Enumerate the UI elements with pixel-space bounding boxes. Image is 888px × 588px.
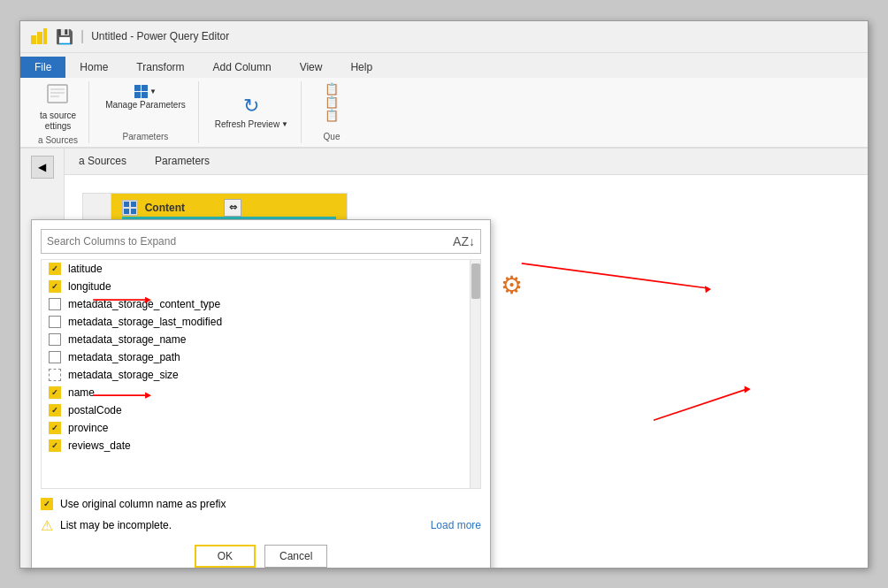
ribbon-tabs: File Home Transform Add Column View Help xyxy=(20,53,868,78)
save-icon[interactable]: 💾 xyxy=(56,28,73,45)
svg-rect-7 xyxy=(50,95,59,97)
ma-icon: 📋 xyxy=(325,110,339,121)
label-metadata-name: metadata_storage_name xyxy=(68,333,186,346)
dialog-footer: OK Cancel xyxy=(41,545,481,568)
tab-help[interactable]: Help xyxy=(336,57,387,78)
expand-columns-dialog: AZ↓ latitude longitude metadata_storage_… xyxy=(31,219,491,568)
label-reviews-date: reviews_date xyxy=(68,439,131,452)
column-list-scrollbar[interactable] xyxy=(470,260,480,488)
manage-parameters-button[interactable]: ▼ Manage Parameters xyxy=(100,83,191,111)
check-metadata-size[interactable] xyxy=(49,369,61,381)
data-source-settings-icon xyxy=(46,81,71,109)
list-item-reviews-date[interactable]: reviews_date xyxy=(42,437,480,454)
sub-ribbon-data-sources[interactable]: a Sources xyxy=(72,151,134,171)
powerbi-icon xyxy=(29,27,49,46)
ad-icon: 📋 xyxy=(325,96,339,108)
list-item-metadata-last-modified[interactable]: metadata_storage_last_modified xyxy=(42,313,480,331)
column-list: latitude longitude metadata_storage_cont… xyxy=(41,259,481,489)
refresh-preview-dropdown[interactable]: ▼ xyxy=(281,120,288,128)
check-metadata-name[interactable] xyxy=(49,333,61,346)
manage-params-icon xyxy=(134,85,148,98)
data-source-settings-button[interactable]: ta source ettings xyxy=(34,80,81,134)
list-item-longitude[interactable]: longitude xyxy=(42,278,480,295)
manage-params-dropdown[interactable]: ▼ xyxy=(149,88,157,95)
search-columns-box: AZ↓ xyxy=(41,229,481,254)
list-item-metadata-name[interactable]: metadata_storage_name xyxy=(42,331,480,348)
tab-home[interactable]: Home xyxy=(65,57,122,78)
svg-rect-8 xyxy=(124,202,129,207)
grid-table-icon xyxy=(124,202,136,214)
label-name: name xyxy=(68,386,95,399)
content-header-label: Content xyxy=(145,202,185,214)
tab-transform[interactable]: Transform xyxy=(122,57,198,78)
check-metadata-path[interactable] xyxy=(49,351,61,363)
cancel-button[interactable]: Cancel xyxy=(264,545,327,568)
main-window: 💾 | Untitled - Power Query Editor File H… xyxy=(19,20,869,569)
prefix-row: Use original column name as prefix xyxy=(41,498,481,510)
label-province: province xyxy=(68,422,108,434)
check-longitude[interactable] xyxy=(49,280,61,293)
refresh-preview-label: Refresh Preview xyxy=(215,119,279,129)
label-latitude: latitude xyxy=(68,263,103,275)
tab-add-column[interactable]: Add Column xyxy=(199,57,286,78)
que-label: Que xyxy=(324,132,341,141)
warning-row: ⚠ List may be incomplete. Load more xyxy=(41,517,481,534)
sub-ribbon-parameters[interactable]: Parameters xyxy=(148,151,217,171)
refresh-icon: ↻ xyxy=(243,95,259,118)
svg-rect-1 xyxy=(31,35,36,44)
label-longitude: longitude xyxy=(68,280,111,293)
svg-rect-10 xyxy=(124,209,129,214)
ok-button[interactable]: OK xyxy=(195,545,256,568)
refresh-preview-button[interactable]: ↻ Refresh Preview ▼ xyxy=(210,93,294,131)
check-metadata-last-modified[interactable] xyxy=(49,316,61,328)
svg-rect-5 xyxy=(50,88,65,90)
check-reviews-date[interactable] xyxy=(49,439,61,452)
title-bar: 💾 | Untitled - Power Query Editor xyxy=(20,21,868,53)
table-grid-icon xyxy=(122,200,138,216)
svg-rect-3 xyxy=(43,28,47,44)
ribbon-group-parameters: ▼ Manage Parameters Parameters xyxy=(93,81,199,143)
tab-file[interactable]: File xyxy=(20,57,65,78)
label-metadata-content-type: metadata_storage_content_type xyxy=(68,298,220,310)
warning-text: List may be incomplete. xyxy=(60,519,172,531)
label-metadata-size: metadata_storage_size xyxy=(68,369,179,381)
sort-az-icon[interactable]: AZ↓ xyxy=(453,234,475,248)
warning-icon: ⚠ xyxy=(41,517,53,534)
check-postalcode[interactable] xyxy=(49,404,61,416)
manage-parameters-label: Manage Parameters xyxy=(105,100,186,110)
check-province[interactable] xyxy=(49,422,61,434)
list-item-postalcode[interactable]: postalCode xyxy=(42,401,480,419)
app-icon-area xyxy=(29,27,49,46)
label-metadata-last-modified: metadata_storage_last_modified xyxy=(68,316,222,328)
svg-rect-11 xyxy=(131,209,136,214)
label-postalcode: postalCode xyxy=(68,404,122,416)
collapse-left-button[interactable]: ◀ xyxy=(31,156,54,179)
title-separator: | xyxy=(80,28,84,44)
scroll-thumb[interactable] xyxy=(471,263,480,299)
check-metadata-content-type[interactable] xyxy=(49,298,61,310)
list-item-latitude[interactable]: latitude xyxy=(42,260,480,278)
pro-icon: 📋 xyxy=(325,83,339,95)
list-item-province[interactable]: province xyxy=(42,419,480,437)
prefix-checkbox[interactable] xyxy=(41,498,53,510)
window-title: Untitled - Power Query Editor xyxy=(91,30,229,42)
datasource-icon xyxy=(46,81,71,106)
svg-rect-2 xyxy=(37,32,42,44)
list-item-metadata-path[interactable]: metadata_storage_path xyxy=(42,348,480,366)
list-item-name[interactable]: name xyxy=(42,384,480,401)
sub-ribbon: a Sources Parameters xyxy=(65,149,868,175)
ribbon-group-misc: 📋 📋 📋 Que xyxy=(305,81,358,143)
main-area: ◀ a Sources Parameters xyxy=(20,149,868,568)
expand-column-button[interactable]: ⇔ xyxy=(224,199,241,217)
check-latitude[interactable] xyxy=(49,263,61,275)
tab-view[interactable]: View xyxy=(286,57,337,78)
datasources-group-label: a Sources xyxy=(38,135,78,145)
svg-rect-6 xyxy=(50,92,65,94)
load-more-link[interactable]: Load more xyxy=(431,519,481,531)
list-item-metadata-size[interactable]: metadata_storage_size xyxy=(42,366,480,384)
ribbon-group-data-sources: ta source ettings a Sources xyxy=(27,81,89,143)
check-name[interactable] xyxy=(49,386,61,399)
search-columns-input[interactable] xyxy=(47,235,449,248)
list-item-metadata-content-type[interactable]: metadata_storage_content_type xyxy=(42,295,480,313)
parameters-group-label: Parameters xyxy=(123,132,169,141)
